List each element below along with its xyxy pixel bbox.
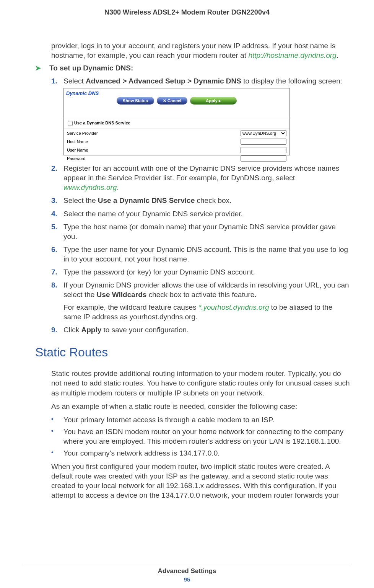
s8-sub-link: *.yourhost.dyndns.org	[198, 303, 269, 311]
provider-label: Service Provider	[67, 131, 241, 136]
user-label: User Name	[67, 147, 241, 153]
use-ddns-label: Use a Dynamic DNS Service	[74, 121, 130, 126]
s1-post: to display the following screen:	[241, 77, 342, 85]
step-text: Type the user name for your Dynamic DNS …	[63, 245, 351, 264]
s1-pre: Select	[63, 77, 86, 85]
host-input[interactable]	[241, 139, 286, 145]
bullet-text: Your company's network address is 134.17…	[63, 448, 220, 458]
cancel-button[interactable]: ✕ Cancel	[157, 97, 187, 105]
s8-post: check box to activate this feature.	[146, 291, 256, 299]
show-status-button[interactable]: Show Status	[117, 97, 154, 105]
intro-text-b: .	[337, 51, 338, 59]
bullet-icon: •	[51, 427, 63, 446]
step-number: 7.	[51, 267, 63, 277]
shot-button-bar: Show Status ✕ Cancel Apply ▸	[64, 97, 289, 106]
step-6: 6. Type the user name for your Dynamic D…	[51, 245, 351, 264]
step-number: 8.	[51, 280, 63, 322]
step-3: 3. Select the Use a Dynamic DNS Service …	[51, 196, 351, 205]
step-4: 4. Select the name of your Dynamic DNS s…	[51, 209, 351, 219]
static-routes-bullets: • Your primary Internet access is throug…	[51, 415, 351, 458]
host-label: Host Name	[67, 139, 241, 145]
provider-row: Service Provider www.DynDNS.org	[64, 129, 289, 137]
step-number: 6.	[51, 245, 63, 264]
s8-bold: Use Wildcards	[97, 291, 147, 299]
step-text: Register for an account with one of the …	[63, 163, 351, 192]
static-routes-p1: Static routes provide additional routing…	[51, 369, 351, 397]
s8-sub-pre: For example, the wildcard feature causes	[63, 303, 198, 311]
bullet-icon: •	[51, 415, 63, 425]
s9-bold: Apply	[81, 326, 101, 334]
bullet-text: You have an ISDN modem router on your ho…	[63, 427, 351, 446]
bullet-1: • Your primary Internet access is throug…	[51, 415, 351, 425]
s2-pre: Register for an account with one of the …	[63, 164, 339, 182]
bullet-text: Your primary Internet access is through …	[63, 415, 274, 425]
static-routes-p2: As an example of when a static route is …	[51, 402, 351, 411]
footer-section: Advanced Settings	[0, 567, 374, 575]
section-heading-static-routes: Static Routes	[35, 345, 351, 359]
step-text: Select the Use a Dynamic DNS Service che…	[63, 196, 351, 205]
use-ddns-row: Use a Dynamic DNS Service	[64, 118, 289, 129]
step-number: 5.	[51, 222, 63, 241]
provider-select[interactable]: www.DynDNS.org	[241, 130, 286, 136]
s3-pre: Select the	[63, 196, 98, 204]
step-8: 8. If your Dynamic DNS provider allows t…	[51, 280, 351, 322]
step-text: Type the host name (or domain name) that…	[63, 222, 351, 241]
s9-pre: Click	[63, 326, 81, 334]
step-number: 9.	[51, 325, 63, 335]
step-1: 1. Select Advanced > Advanced Setup > Dy…	[51, 76, 351, 160]
bullet-3: • Your company's network address is 134.…	[51, 448, 351, 458]
user-row: User Name	[64, 146, 289, 154]
step-7: 7. Type the password (or key) for your D…	[51, 267, 351, 277]
step-text: Click Apply to save your configuration.	[63, 325, 351, 335]
step-text: Select Advanced > Advanced Setup > Dynam…	[63, 76, 351, 160]
procedure-heading-row: ➤ To set up Dynamic DNS:	[35, 64, 351, 72]
step-text: Type the password (or key) for your Dyna…	[63, 267, 351, 277]
s3-post: check box.	[195, 196, 231, 204]
step-number: 3.	[51, 196, 63, 205]
pass-row: Password	[64, 154, 289, 163]
bullet-icon: •	[51, 448, 63, 458]
step-2: 2. Register for an account with one of t…	[51, 163, 351, 192]
step-number: 2.	[51, 163, 63, 192]
s3-bold: Use a Dynamic DNS Service	[98, 196, 195, 204]
host-row: Host Name	[64, 137, 289, 146]
step-number: 4.	[51, 209, 63, 219]
use-ddns-checkbox[interactable]	[68, 121, 73, 126]
procedure-arrow-icon: ➤	[35, 64, 41, 72]
dynamic-dns-screenshot: Dynamic DNS Show Status ✕ Cancel Apply ▸…	[63, 88, 290, 155]
footer-page-number: 95	[0, 576, 374, 583]
s2-post: .	[117, 183, 119, 191]
user-input[interactable]	[241, 147, 286, 153]
step-text: Select the name of your Dynamic DNS serv…	[63, 209, 351, 219]
intro-paragraph: provider, logs in to your account, and r…	[51, 41, 351, 60]
step-text: If your Dynamic DNS provider allows the …	[63, 280, 351, 322]
step-number: 1.	[51, 76, 63, 160]
step-5: 5. Type the host name (or domain name) t…	[51, 222, 351, 241]
bullet-2: • You have an ISDN modem router on your …	[51, 427, 351, 446]
apply-button[interactable]: Apply ▸	[190, 97, 237, 105]
s2-link: www.dyndns.org	[63, 183, 117, 191]
static-routes-p3: When you first configured your modem rou…	[51, 462, 351, 500]
s1-bold: Advanced > Advanced Setup > Dynamic DNS	[86, 77, 241, 85]
pass-input[interactable]	[241, 155, 286, 162]
procedure-list: 1. Select Advanced > Advanced Setup > Dy…	[51, 76, 351, 335]
s8-sub: For example, the wildcard feature causes…	[63, 302, 351, 322]
manual-page: N300 Wireless ADSL2+ Modem Router DGN220…	[0, 0, 374, 588]
procedure-heading: To set up Dynamic DNS:	[49, 64, 133, 72]
footer-rule	[23, 564, 351, 564]
step-9: 9. Click Apply to save your configuratio…	[51, 325, 351, 335]
s9-post: to save your configuration.	[101, 326, 189, 334]
pass-label: Password	[67, 156, 241, 162]
intro-link: http://hostname.dyndns.org	[248, 51, 336, 59]
running-title: N300 Wireless ADSL2+ Modem Router DGN220…	[23, 8, 351, 16]
